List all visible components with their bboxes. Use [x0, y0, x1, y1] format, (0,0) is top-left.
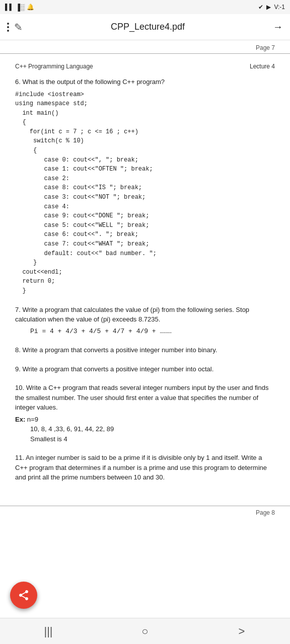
share-fab-button[interactable] [10, 582, 37, 609]
question-10: 10. Write a C++ program that reads sever… [15, 383, 275, 444]
section-right: Lecture 4 [250, 63, 275, 70]
nav-back-button[interactable]: > [227, 621, 257, 641]
q10-title: 10. Write a C++ program that reads sever… [15, 383, 275, 413]
nav-home-button[interactable]: ○ [130, 621, 160, 641]
toolbar: ✎ CPP_Lecture4.pdf → [0, 14, 290, 40]
battery-label: V:-1 [274, 4, 285, 11]
check-icon: ✔ [258, 4, 263, 11]
q10-example: Ex: n=9 [15, 415, 275, 425]
q10-result: Smallest is 4 [30, 434, 275, 444]
q7-formula: Pi = 4 + 4/3 + 4/5 + 4/7 + 4/9 + ……… [30, 327, 275, 337]
network-icon: ▌▌ [5, 4, 14, 11]
page-number-top: Page 7 [0, 40, 290, 54]
page-number-bottom: Page 8 [0, 506, 290, 520]
q6-title: 6. What is the output of the following C… [15, 77, 275, 87]
section-header: C++ Programming Language Lecture 4 [15, 63, 275, 70]
question-7: 7. Write a program that calculates the v… [15, 305, 275, 337]
section-left: C++ Programming Language [15, 63, 93, 70]
nav-menu-button[interactable]: ||| [33, 621, 63, 641]
pdf-area: Page 7 C++ Programming Language Lecture … [0, 40, 290, 618]
pencil-icon[interactable]: ✎ [14, 21, 23, 33]
menu-button[interactable] [7, 23, 9, 32]
share-icon [18, 589, 30, 601]
q10-values: 10, 8, 4 ,33, 6, 91, 44, 22, 89 [30, 424, 275, 434]
sound-icon: 🔔 [27, 4, 34, 11]
wifi-icon: ▐░ [16, 4, 25, 11]
q7-title: 7. Write a program that calculates the v… [15, 305, 275, 325]
question-9: 9. Write a program that converts a posit… [15, 364, 275, 374]
page-title: CPP_Lecture4.pdf [28, 22, 268, 32]
question-8: 8. Write a program that converts a posit… [15, 345, 275, 355]
pdf-content: C++ Programming Language Lecture 4 6. Wh… [0, 58, 290, 502]
bottom-nav: ||| ○ > [0, 618, 290, 644]
question-6: 6. What is the output of the following C… [15, 77, 275, 296]
next-arrow-icon[interactable]: → [273, 21, 283, 33]
status-bar: ▌▌ ▐░ 🔔 ✔ ▶ V:-1 [0, 0, 290, 14]
status-left: ▌▌ ▐░ 🔔 [5, 4, 34, 11]
q6-code: #include <iostream> using namespace std;… [15, 90, 275, 296]
question-11: 11. An integer number is said to be a pr… [15, 453, 275, 482]
video-icon: ▶ [266, 4, 271, 11]
status-right: ✔ ▶ V:-1 [258, 4, 285, 11]
